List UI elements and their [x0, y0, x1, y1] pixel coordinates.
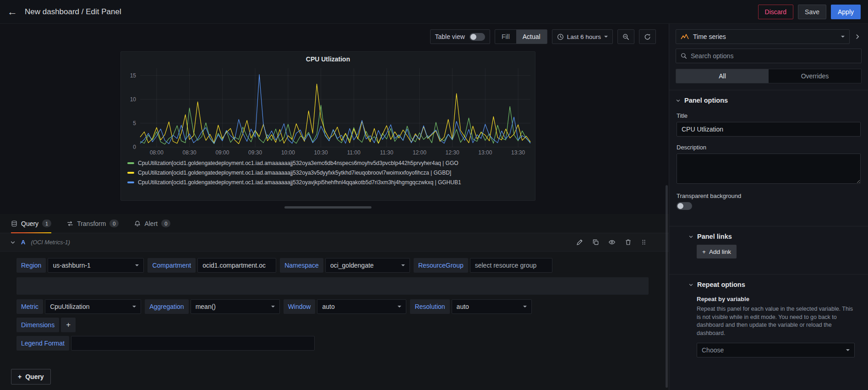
legend-format-label: Legend Format [16, 336, 69, 351]
fill-button[interactable]: Fill [495, 30, 516, 44]
time-series-chart[interactable]: 05101508:0008:3009:0009:3010:0010:3011:0… [125, 66, 532, 157]
svg-text:0: 0 [133, 144, 136, 150]
tab-alert[interactable]: Alert 0 [134, 214, 170, 233]
chevron-down-icon [401, 264, 405, 266]
plus-icon: + [66, 320, 71, 330]
panel-title: CPU Utlization [121, 52, 535, 65]
fill-actual-group: Fill Actual [495, 29, 547, 44]
tab-count-badge: 1 [42, 220, 51, 227]
panel-preview-area: Table view Fill Actual Last 6 hours [0, 24, 669, 209]
legend-item[interactable]: CpuUtilization[ocid1.goldengatedeploymen… [127, 177, 529, 187]
namespace-select[interactable]: oci_goldengate [325, 258, 410, 273]
legend-item[interactable]: CpuUtilization[ocid1.goldengatedeploymen… [127, 168, 529, 177]
chevron-down-icon [132, 306, 136, 308]
chart-panel: CPU Utlization 05101508:0008:3009:0009:3… [120, 51, 535, 201]
table-view-toggle[interactable] [469, 33, 485, 41]
bell-icon [134, 220, 141, 227]
window-select[interactable]: auto [317, 299, 406, 314]
svg-text:12:30: 12:30 [446, 149, 459, 156]
panel-options-section: Panel options Title Description Transpar… [669, 90, 868, 366]
tab-query[interactable]: Query 1 [11, 214, 51, 233]
resolution-select[interactable]: auto [452, 299, 532, 314]
tab-overrides[interactable]: Overrides [769, 69, 861, 83]
delete-query-button[interactable] [625, 239, 632, 246]
compartment-input[interactable] [197, 258, 276, 273]
zoom-out-button[interactable] [617, 29, 634, 44]
chevron-down-icon [398, 306, 401, 308]
legend-item[interactable]: CpuUtilization[ocid1.goldengatedeploymen… [127, 158, 529, 168]
refresh-button[interactable] [639, 29, 656, 44]
aggregation-label: Aggregation [145, 299, 189, 314]
tab-label: Alert [144, 220, 158, 227]
arrow-left-icon: ← [7, 6, 17, 17]
time-range-picker[interactable]: Last 6 hours [552, 29, 613, 44]
toggle-visibility-button[interactable] [608, 239, 616, 246]
add-dimension-button[interactable]: + [61, 318, 76, 332]
search-options-box[interactable] [676, 49, 862, 63]
search-icon [681, 53, 687, 59]
preview-toolbar: Table view Fill Actual Last 6 hours [0, 29, 656, 44]
query-ref-id: A [21, 239, 25, 246]
svg-text:08:00: 08:00 [150, 149, 164, 156]
resourcegroup-input[interactable] [470, 258, 552, 273]
pencil-icon [576, 239, 583, 246]
aggregation-select[interactable]: mean() [191, 299, 280, 314]
panel-links-body: + Add link [669, 245, 868, 267]
panel-resize-handle[interactable] [284, 206, 371, 209]
database-icon [11, 220, 17, 227]
main-scrollbar-thumb[interactable] [666, 185, 668, 388]
panel-links-header[interactable]: Panel links [669, 226, 868, 245]
angle-down-icon [676, 98, 681, 103]
svg-text:08:30: 08:30 [183, 149, 197, 156]
add-link-button[interactable]: + Add link [697, 245, 737, 258]
save-button[interactable]: Save [798, 5, 826, 19]
query-form-row-1: Region us-ashburn-1 Compartment Namespac… [16, 258, 649, 273]
svg-text:10: 10 [130, 96, 136, 103]
chevron-down-icon [271, 306, 275, 308]
tab-all-options[interactable]: All [676, 69, 769, 83]
query-form-row-4: Legend Format [16, 336, 649, 351]
discard-button[interactable]: Discard [758, 5, 793, 19]
region-select[interactable]: us-ashburn-1 [48, 258, 144, 273]
svg-text:13:30: 13:30 [511, 149, 525, 156]
query-row-header[interactable]: A (OCI Metrics-1) [0, 233, 669, 252]
repeat-variable-select[interactable]: Choose [697, 343, 855, 357]
actual-button[interactable]: Actual [516, 30, 547, 44]
panel-options-body: Title Description Transparent background [669, 112, 868, 219]
repeat-options-header[interactable]: Repeat options [669, 275, 868, 293]
viz-type-picker[interactable]: Time series [676, 29, 850, 44]
edit-query-button[interactable] [576, 239, 583, 246]
options-sections: Panel options Title Description Transpar… [669, 90, 868, 390]
transparent-background-label: Transparent background [677, 192, 861, 199]
refresh-icon [644, 33, 651, 40]
chevron-down-icon[interactable] [10, 240, 16, 245]
series-color-swatch [127, 162, 134, 164]
time-range-label: Last 6 hours [567, 33, 601, 40]
panel-title-input[interactable] [677, 122, 861, 137]
legend-format-input[interactable] [71, 336, 315, 351]
apply-button[interactable]: Apply [831, 5, 861, 19]
metric-select[interactable]: CpuUtilization [45, 299, 141, 314]
copy-icon [592, 239, 599, 246]
svg-text:11:30: 11:30 [380, 149, 393, 156]
series-color-swatch [127, 172, 134, 174]
legend-label: CpuUtilization[ocid1.goldengatedeploymen… [138, 160, 459, 166]
panel-description-textarea[interactable] [677, 154, 861, 184]
panel-options-header[interactable]: Panel options [669, 90, 868, 109]
tab-transform[interactable]: Transform 0 [67, 214, 119, 233]
duplicate-query-button[interactable] [592, 239, 599, 246]
collapse-options-pane-button[interactable] [852, 32, 863, 42]
editor-tabs: Query 1 Transform 0 Alert 0 [0, 214, 669, 233]
transparent-background-toggle[interactable] [677, 202, 692, 210]
empty-option-row [16, 277, 649, 295]
svg-text:12:00: 12:00 [413, 149, 426, 156]
add-query-button[interactable]: + Query [11, 369, 51, 385]
zoom-out-icon [622, 33, 629, 40]
search-options-input[interactable] [691, 52, 857, 60]
svg-text:11:00: 11:00 [347, 149, 360, 156]
tab-label: Query [21, 220, 38, 227]
back-button[interactable]: ← [7, 7, 17, 17]
viz-type-label: Time series [693, 33, 837, 40]
drag-handle[interactable] [641, 239, 647, 246]
table-view-label: Table view [435, 33, 465, 40]
